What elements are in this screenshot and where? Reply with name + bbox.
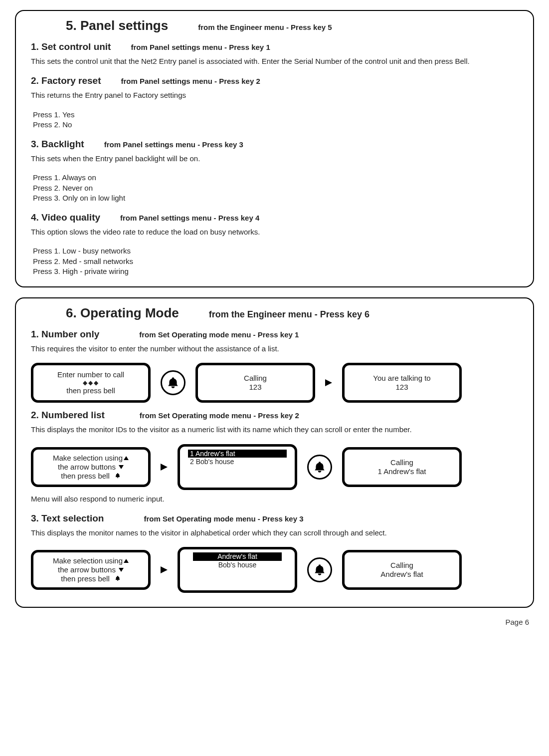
lcd-line: Make selection using [53, 556, 123, 565]
p6-s2-title: 2. Numbered list [31, 410, 105, 421]
arrow-right-icon [161, 566, 168, 573]
bell-icon [307, 557, 332, 582]
up-arrow-icon [124, 456, 129, 460]
lcd-selected-row: Andrew's flat [193, 552, 282, 561]
lcd-line: 123 [249, 383, 261, 392]
lcd-line: Andrew's flat [380, 570, 423, 579]
p5-s2-sub: from Panel settings menu - Press key 2 [121, 77, 260, 85]
p5-s3-body: This sets when the Entry panel backlight… [31, 154, 518, 164]
p5-s4-opt1: Press 1. Low - busy networks [33, 246, 518, 256]
lcd-screen: Andrew's flat Bob's house [178, 547, 297, 593]
p6-s1-title: 1. Number only [31, 329, 99, 340]
p5-s4-sub: from Panel settings menu - Press key 4 [120, 214, 259, 222]
lcd-row: Bob's house [193, 561, 282, 569]
lcd-screen: Calling Andrew's flat [342, 550, 462, 590]
lcd-screen: Enter number to call ◆◆◆ then press bell [31, 363, 151, 403]
p5-s2-body: This returns the Entry panel to Factory … [31, 90, 518, 100]
p5-s3-title: 3. Backlight [31, 139, 84, 150]
p5-s2-opt1: Press 1. Yes [33, 110, 518, 120]
lcd-line: Calling [390, 561, 413, 570]
p6-s3-body: This displays the monitor names to the v… [31, 528, 518, 538]
p5-s3-opt1: Press 1. Always on [33, 173, 518, 183]
p5-s3-sub: from Panel settings menu - Press key 3 [104, 140, 243, 149]
panel-6-operating-mode: 6. Operating Mode from the Engineer menu… [15, 297, 534, 608]
lcd-screen: You are talking to 123 [342, 363, 462, 403]
lcd-line: 123 [395, 383, 408, 392]
p5-s1-body: This sets the control unit that the Net2… [31, 56, 518, 66]
down-arrow-icon [119, 465, 124, 469]
lcd-screen: Calling 123 [195, 363, 315, 403]
lcd-line: Make selection using [53, 454, 123, 463]
up-arrow-icon [124, 559, 129, 563]
lcd-row: 2 Bob's house [188, 458, 287, 466]
lcd-line: then press bell [61, 472, 110, 481]
p5-s2-title: 2. Factory reset [31, 75, 101, 86]
lcd-line: You are talking to [373, 374, 430, 383]
bell-icon [115, 574, 121, 583]
p5-s3-opt3: Press 3. Only on in low light [33, 193, 518, 203]
arrow-right-icon [325, 379, 332, 386]
panel5-sub: from the Engineer menu - Press key 5 [198, 23, 332, 31]
p6-s3-sub: from Set Operating mode menu - Press key… [144, 514, 303, 523]
lcd-screen: Make selection using the arrow buttons t… [31, 447, 151, 487]
p5-s4-body: This option slows the video rate to redu… [31, 227, 518, 237]
panel6-sub: from the Engineer menu - Press key 6 [209, 309, 369, 320]
p6-s3-title: 3. Text selection [31, 513, 104, 524]
lcd-line: the arrow buttons [58, 565, 116, 574]
lcd-line: then press bell [61, 574, 110, 583]
lcd-line: the arrow buttons [58, 463, 116, 472]
arrow-right-icon [161, 464, 168, 471]
down-arrow-icon [119, 568, 124, 572]
p6-s2-note: Menu will also respond to numeric input. [31, 494, 518, 504]
panel5-title: 5. Panel settings [31, 18, 168, 33]
lcd-line: Enter number to call [57, 370, 124, 379]
lcd-screen: Make selection using the arrow buttons t… [31, 550, 151, 590]
panel-5-settings: 5. Panel settings from the Engineer menu… [15, 10, 534, 287]
page-footer: Page 6 [15, 618, 534, 626]
lcd-line: ◆◆◆ [83, 379, 99, 386]
bell-icon [307, 455, 332, 480]
bell-icon [115, 472, 121, 481]
lcd-line: Calling [390, 458, 413, 467]
p5-s4-opt2: Press 2. Med - small networks [33, 256, 518, 266]
lcd-line: 1 Andrew's flat [377, 467, 426, 476]
p6-s1-sub: from Set Operating mode menu - Press key… [139, 330, 299, 339]
bell-icon [161, 370, 185, 395]
p5-s3-opt2: Press 2. Never on [33, 183, 518, 193]
p6-s2-body: This displays the monitor IDs to the vis… [31, 425, 518, 435]
p5-s1-title: 1. Set control unit [31, 41, 111, 52]
panel6-title: 6. Operating Mode [31, 305, 179, 321]
lcd-line: Calling [244, 374, 267, 383]
lcd-screen: Calling 1 Andrew's flat [342, 447, 462, 487]
p6-s2-sub: from Set Operating mode menu - Press key… [140, 411, 299, 420]
p5-s1-sub: from Panel settings menu - Press key 1 [131, 43, 270, 51]
p5-s4-title: 4. Video quality [31, 212, 100, 223]
lcd-line: then press bell [66, 386, 115, 395]
lcd-screen: 1 Andrew's flat 2 Bob's house [178, 444, 297, 490]
p5-s4-opt3: Press 3. High - private wiring [33, 266, 518, 276]
p6-s1-body: This requires the visitor to enter the n… [31, 344, 518, 354]
lcd-selected-row: 1 Andrew's flat [188, 450, 287, 458]
p5-s2-opt2: Press 2. No [33, 120, 518, 130]
